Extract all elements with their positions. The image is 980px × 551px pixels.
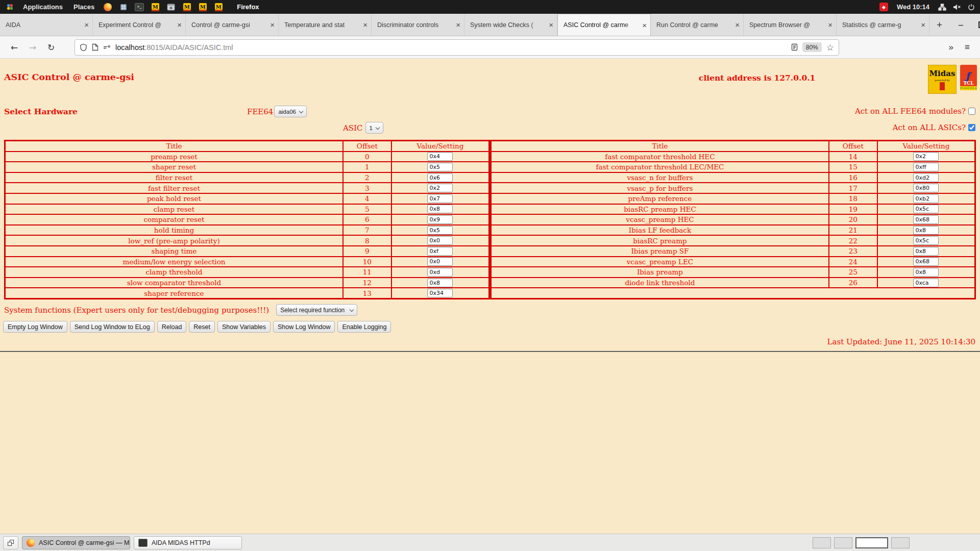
- act-on-all-asics-checkbox[interactable]: [968, 124, 975, 131]
- url-text[interactable]: localhost:8015/AIDA/ASIC/ASIC.tml: [115, 43, 787, 52]
- value-setting-input[interactable]: [427, 279, 453, 287]
- power-icon[interactable]: [968, 4, 975, 11]
- value-setting-input[interactable]: [913, 226, 939, 235]
- action-button[interactable]: Show Log Window: [273, 321, 335, 333]
- reload-button[interactable]: ↻: [43, 42, 59, 53]
- value-setting-input[interactable]: [427, 163, 453, 171]
- new-tab-button[interactable]: +: [929, 14, 949, 36]
- browser-tab[interactable]: Control @ carme-gsi ×: [186, 14, 279, 36]
- browser-tab[interactable]: Run Control @ carme ×: [651, 14, 744, 36]
- hamburger-menu-icon[interactable]: ≡: [965, 42, 970, 53]
- value-setting-input[interactable]: [913, 184, 939, 192]
- task-window-button[interactable]: AIDA MIDAS HTTPd: [134, 536, 242, 549]
- value-setting-input[interactable]: [427, 268, 453, 277]
- tcl-powered-logo[interactable]: ƒ TCL POWERED: [960, 65, 977, 90]
- workspace-cell[interactable]: [834, 537, 852, 548]
- midas-window-icon-2[interactable]: M: [182, 3, 191, 12]
- tab-close-icon[interactable]: ×: [177, 21, 182, 29]
- value-setting-input[interactable]: [913, 279, 939, 287]
- browser-tab[interactable]: Temperature and stat ×: [279, 14, 372, 36]
- tab-close-icon[interactable]: ×: [735, 21, 740, 29]
- value-setting-input[interactable]: [427, 247, 453, 256]
- value-setting-input[interactable]: [427, 173, 453, 182]
- browser-tab[interactable]: Spectrum Browser @ ×: [744, 14, 837, 36]
- browser-tab[interactable]: AIDA ×: [0, 14, 93, 36]
- value-setting-input[interactable]: [913, 268, 939, 277]
- system-function-select[interactable]: Select required function: [276, 304, 357, 316]
- value-setting-input[interactable]: [427, 257, 453, 266]
- url-bar[interactable]: localhost:8015/AIDA/ASIC/ASIC.tml 80% ☆: [75, 39, 839, 56]
- action-button[interactable]: Enable Logging: [337, 321, 391, 333]
- tab-close-icon[interactable]: ×: [921, 21, 925, 29]
- value-setting-input[interactable]: [913, 205, 939, 213]
- browser-tab[interactable]: System wide Checks ( ×: [464, 14, 557, 36]
- browser-tab[interactable]: ASIC Control @ carme ×: [557, 14, 651, 36]
- midas-window-icon-3[interactable]: M: [198, 3, 207, 12]
- active-app-name[interactable]: Firefox: [237, 3, 259, 11]
- value-setting-input[interactable]: [913, 236, 939, 245]
- value-setting-input[interactable]: [913, 257, 939, 266]
- browser-tab[interactable]: Experiment Control @ ×: [93, 14, 186, 36]
- midas-window-icon-4[interactable]: M: [214, 3, 223, 12]
- site-identity-icon[interactable]: [92, 43, 99, 51]
- workspace-cell[interactable]: [855, 537, 888, 548]
- tab-close-icon[interactable]: ×: [84, 21, 89, 29]
- action-button[interactable]: Show Variables: [217, 321, 271, 333]
- value-setting-input[interactable]: [427, 152, 453, 161]
- network-icon[interactable]: [938, 4, 946, 11]
- value-setting-input[interactable]: [913, 173, 939, 182]
- value-setting-input[interactable]: [427, 236, 453, 245]
- value-setting-input[interactable]: [427, 226, 453, 235]
- permissions-icon[interactable]: [103, 44, 111, 51]
- midas-logo[interactable]: Midas powered by: [928, 65, 957, 94]
- value-setting-input[interactable]: [913, 194, 939, 203]
- applications-menu-icon[interactable]: [5, 3, 14, 12]
- reader-mode-icon[interactable]: [791, 43, 798, 51]
- action-button[interactable]: Reload: [157, 321, 187, 333]
- action-button[interactable]: Empty Log Window: [3, 321, 67, 333]
- tab-close-icon[interactable]: ×: [270, 21, 275, 29]
- tab-close-icon[interactable]: ×: [642, 21, 647, 29]
- show-desktop-button[interactable]: [3, 536, 18, 549]
- value-setting-input[interactable]: [913, 152, 939, 161]
- value-setting-input[interactable]: [427, 184, 453, 192]
- firefox-launcher-icon[interactable]: [103, 3, 112, 12]
- volume-muted-icon[interactable]: [953, 4, 961, 11]
- screenshot-window-icon[interactable]: [166, 3, 176, 12]
- midas-window-icon-1[interactable]: M: [151, 3, 160, 12]
- window-minimize-button[interactable]: –: [959, 20, 963, 30]
- files-launcher-icon[interactable]: [119, 3, 128, 12]
- tab-close-icon[interactable]: ×: [828, 21, 832, 29]
- value-setting-input[interactable]: [913, 215, 939, 224]
- asic-select[interactable]: 1: [365, 122, 383, 134]
- workspace-cell[interactable]: [813, 537, 831, 548]
- tab-close-icon[interactable]: ×: [549, 21, 553, 29]
- places-menu[interactable]: Places: [71, 3, 96, 11]
- browser-tab[interactable]: Discriminator controls ×: [372, 14, 464, 36]
- action-button[interactable]: Send Log Window to ELog: [70, 321, 155, 333]
- clock[interactable]: Wed 10:14: [895, 3, 932, 11]
- value-setting-input[interactable]: [427, 215, 453, 224]
- bookmark-star-icon[interactable]: ☆: [826, 42, 834, 53]
- zoom-level-badge[interactable]: 80%: [802, 42, 822, 52]
- value-setting-input[interactable]: [913, 163, 939, 171]
- browser-tab[interactable]: Statistics @ carme-g ×: [837, 14, 929, 36]
- tab-close-icon[interactable]: ×: [456, 21, 460, 29]
- value-setting-input[interactable]: [913, 247, 939, 256]
- value-setting-input[interactable]: [427, 194, 453, 203]
- act-on-all-fee64-checkbox[interactable]: [968, 108, 975, 115]
- tab-close-icon[interactable]: ×: [363, 21, 368, 29]
- notification-icon[interactable]: ◆: [879, 3, 888, 11]
- terminal-launcher-icon[interactable]: >_: [135, 3, 144, 12]
- value-setting-input[interactable]: [427, 205, 453, 213]
- action-button[interactable]: Reset: [189, 321, 215, 333]
- value-setting-input[interactable]: [427, 289, 453, 297]
- forward-button[interactable]: →: [24, 42, 41, 53]
- workspace-cell[interactable]: [891, 537, 910, 548]
- task-window-button[interactable]: ASIC Control @ carme-gsi — Mozill...: [22, 536, 130, 549]
- tracking-protection-shield-icon[interactable]: [80, 43, 87, 52]
- fee64-select[interactable]: aida06: [274, 106, 307, 117]
- applications-menu[interactable]: Applications: [21, 3, 65, 11]
- back-button[interactable]: ←: [6, 42, 22, 53]
- overflow-menu-icon[interactable]: »: [949, 42, 953, 53]
